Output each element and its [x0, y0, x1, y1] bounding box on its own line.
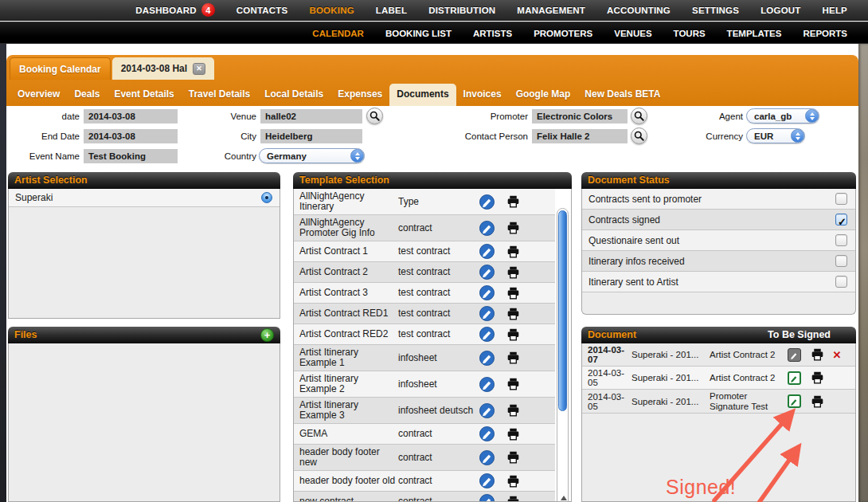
section-tab[interactable]: Invoices — [456, 84, 509, 106]
city-input[interactable]: Heidelberg — [260, 129, 362, 143]
section-tab[interactable]: Deals — [67, 84, 107, 106]
currency-select[interactable]: EUR — [746, 128, 805, 143]
edit-template-button[interactable] — [475, 244, 499, 259]
artist-radio-button[interactable] — [261, 192, 272, 203]
primary-nav-item[interactable]: MANAGEMENT — [517, 6, 585, 15]
template-row[interactable]: Artist Itinerary Example 3 infosheet deu… — [294, 398, 555, 424]
secondary-nav-item[interactable]: REPORTS — [803, 25, 847, 40]
template-row[interactable]: Artist Itinerary Example 1 infosheet — [294, 345, 555, 371]
primary-nav-item[interactable]: DISTRIBUTION — [428, 6, 495, 15]
section-tab[interactable]: Local Details — [257, 84, 330, 106]
edit-template-button[interactable] — [475, 377, 499, 392]
template-row[interactable]: AllNightAgency Itinerary Type — [294, 189, 555, 215]
primary-nav-item[interactable]: ACCOUNTING — [607, 6, 671, 15]
status-checkbox[interactable] — [835, 276, 847, 288]
template-row[interactable]: Artist Itinerary Example 2 infosheet — [294, 371, 555, 398]
template-row[interactable]: header body footer old contract — [294, 471, 555, 492]
print-template-button[interactable] — [499, 195, 527, 208]
template-row[interactable]: AllNightAgency Promoter Gig Info contrac… — [294, 215, 555, 241]
print-document-button[interactable] — [805, 348, 829, 361]
edit-template-button[interactable] — [475, 194, 499, 210]
edit-template-button[interactable] — [475, 285, 499, 300]
primary-nav-item[interactable]: LABEL — [376, 6, 407, 15]
tab-booking-calendar[interactable]: Booking Calendar — [10, 57, 111, 80]
edit-template-button[interactable] — [475, 426, 499, 441]
status-checkbox[interactable] — [835, 255, 847, 267]
template-row[interactable]: GEMA contract — [294, 424, 555, 445]
edit-template-button[interactable] — [475, 403, 499, 418]
edit-template-button[interactable] — [475, 450, 499, 465]
primary-nav-item[interactable]: SETTINGS — [692, 6, 739, 15]
edit-template-button[interactable] — [475, 327, 499, 342]
secondary-nav-item[interactable]: ARTISTS — [473, 25, 512, 40]
template-row[interactable]: Artist Contract 2 test contract — [294, 262, 555, 283]
template-row[interactable]: Artist Contract 1 test contract — [294, 241, 555, 262]
template-row[interactable]: Artist Contract RED1 test contract — [294, 304, 555, 324]
section-tab[interactable]: Google Map — [509, 84, 578, 106]
print-template-button[interactable] — [499, 378, 527, 390]
status-checkbox[interactable] — [835, 193, 847, 205]
edit-template-button[interactable] — [475, 221, 499, 236]
primary-nav-item[interactable]: CONTACTS — [237, 6, 288, 15]
scroll-up-icon[interactable] — [561, 496, 567, 500]
secondary-nav-item[interactable]: TOURS — [674, 25, 706, 40]
sign-document-icon[interactable] — [788, 371, 801, 385]
print-template-button[interactable] — [499, 404, 527, 417]
status-checkbox[interactable] — [835, 234, 847, 246]
artist-row[interactable]: Superaki — [9, 189, 280, 207]
primary-nav-item[interactable]: LOGOUT — [760, 6, 800, 15]
promoter-search-button[interactable] — [631, 108, 647, 124]
print-template-button[interactable] — [499, 451, 527, 464]
print-template-button[interactable] — [499, 496, 527, 502]
section-tab[interactable]: New Deals BETA — [577, 84, 667, 106]
scrollbar-thumb[interactable] — [558, 210, 567, 411]
close-icon[interactable] — [193, 63, 205, 75]
add-file-button[interactable] — [260, 328, 274, 342]
section-tab[interactable]: Overview — [10, 84, 67, 106]
print-template-button[interactable] — [499, 308, 527, 320]
secondary-nav-item[interactable]: BOOKING LIST — [385, 25, 452, 40]
template-row[interactable]: Artist Contract RED2 test contract — [294, 324, 555, 345]
print-template-button[interactable] — [499, 266, 527, 279]
country-select[interactable]: Germany — [259, 148, 365, 163]
event-name-input[interactable]: Test Booking — [84, 149, 178, 163]
document-row[interactable]: 2014-03-05 Superaki - 201... Promoter Si… — [582, 390, 855, 414]
sign-document-icon[interactable] — [788, 348, 801, 362]
tab-event[interactable]: 2014-03-08 Hal — [112, 57, 214, 80]
print-template-button[interactable] — [499, 287, 527, 300]
print-template-button[interactable] — [499, 351, 527, 364]
venue-search-button[interactable] — [366, 108, 383, 124]
contact-person-input[interactable]: Felix Halle 2 — [532, 129, 628, 143]
delete-document-button[interactable] — [829, 349, 845, 361]
primary-nav-item[interactable]: HELP — [823, 6, 847, 15]
template-row[interactable]: header body footer new contract — [294, 445, 555, 471]
sign-document-icon[interactable] — [788, 394, 801, 408]
promoter-input[interactable]: Electronic Colors eve — [532, 109, 628, 124]
print-template-button[interactable] — [499, 245, 527, 258]
print-template-button[interactable] — [499, 222, 527, 234]
date-input[interactable]: 2014-03-08 — [84, 109, 178, 124]
end-date-input[interactable]: 2014-03-08 — [84, 129, 178, 143]
venue-input[interactable]: halle02 — [260, 109, 362, 124]
edit-template-button[interactable] — [475, 473, 499, 488]
secondary-nav-item[interactable]: PROMOTERS — [534, 25, 592, 40]
template-scrollbar[interactable] — [557, 208, 569, 502]
edit-template-button[interactable] — [475, 265, 499, 280]
document-row[interactable]: 2014-03-05 Superaki - 201... Artist Cont… — [582, 367, 855, 390]
primary-nav-item[interactable]: BOOKING — [309, 6, 354, 15]
status-checkbox[interactable] — [835, 214, 847, 226]
edit-template-button[interactable] — [475, 494, 499, 502]
edit-template-button[interactable] — [475, 351, 499, 366]
secondary-nav-item[interactable]: VENUES — [614, 25, 651, 40]
template-row[interactable]: new contract contract — [294, 492, 555, 502]
document-row[interactable]: 2014-03-07 Superaki - 201... Artist Cont… — [582, 343, 855, 367]
template-row[interactable]: Artist Contract 3 test contract — [294, 283, 555, 304]
agent-select[interactable]: carla_gb — [746, 108, 819, 124]
secondary-nav-item[interactable]: TEMPLATES — [727, 25, 782, 40]
section-tab[interactable]: Expenses — [330, 84, 389, 106]
contact-search-button[interactable] — [631, 127, 647, 144]
print-template-button[interactable] — [499, 428, 527, 441]
section-tab[interactable]: Travel Details — [182, 84, 257, 106]
print-template-button[interactable] — [499, 328, 527, 341]
print-document-button[interactable] — [805, 371, 829, 384]
